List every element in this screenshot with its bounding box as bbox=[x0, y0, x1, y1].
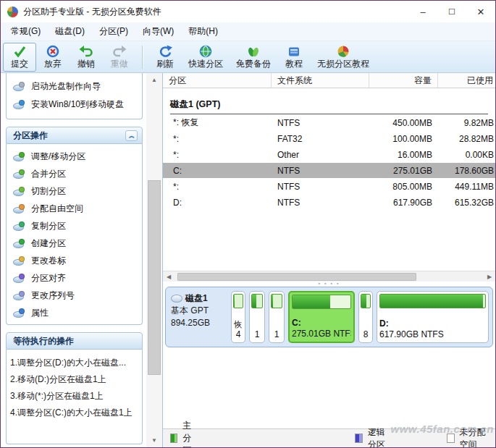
maximize-button[interactable]: ☐ bbox=[437, 1, 466, 22]
allocate-free-space-icon bbox=[13, 204, 25, 214]
partition-block-d[interactable]: D:617.90GB NTFS bbox=[377, 291, 489, 343]
sidebar-item-copy[interactable]: 复制分区 bbox=[7, 217, 142, 234]
app-icon bbox=[7, 7, 18, 17]
partition-block-msr[interactable]: 1 bbox=[269, 291, 285, 343]
menu-wizard[interactable]: 向导(W) bbox=[135, 22, 181, 41]
hscroll-thumb[interactable] bbox=[177, 273, 416, 281]
sidebar-item-create[interactable]: 创建分区 bbox=[7, 234, 142, 252]
tutorial-button[interactable]: 教程 bbox=[277, 43, 311, 72]
disk-type: 基本 GPT bbox=[171, 305, 227, 317]
install-win-icon bbox=[13, 100, 25, 109]
pending-op-1[interactable]: 1.调整分区(D:)的大小在磁盘... bbox=[10, 355, 138, 371]
commit-button[interactable]: 提交 bbox=[3, 43, 36, 72]
app-window: 分区助手专业版 - 无损分区免费软件 – ☐ ✕ 常规(G) 磁盘(D) 分区(… bbox=[0, 0, 496, 448]
table-row[interactable]: *: 恢复 NTFS 450.00MB 9.82MB 440 bbox=[163, 115, 495, 130]
lossless-tutorial-button[interactable]: 无损分区教程 bbox=[311, 43, 376, 72]
wizard-panel: 启动光盘制作向导 安装Win8/10到移动硬盘 bbox=[6, 73, 143, 119]
table-row[interactable]: *: FAT32 100.00MB 28.82MB 71 bbox=[163, 131, 495, 146]
minimize-button[interactable]: – bbox=[408, 1, 437, 22]
table-row[interactable]: *: Other 16.00MB 0.00KB 16 bbox=[163, 147, 495, 162]
column-capacity[interactable]: 容量 bbox=[369, 73, 438, 88]
pending-op-4[interactable]: 4.调整分区(C:)的大小在磁盘1上 bbox=[10, 405, 138, 421]
pie-icon bbox=[336, 45, 350, 58]
sidebar-item-split[interactable]: 切割分区 bbox=[7, 182, 142, 200]
legend-unallocated: 未分配空间 bbox=[447, 426, 488, 448]
sidebar: 启动光盘制作向导 安装Win8/10到移动硬盘 分区操作 ︽ 调整/移动分区 bbox=[1, 73, 146, 447]
resize-move-icon bbox=[13, 152, 25, 161]
menu-disk[interactable]: 磁盘(D) bbox=[48, 22, 92, 41]
sidebar-item-boot-cd-wizard[interactable]: 启动光盘制作向导 bbox=[7, 77, 142, 96]
disk-size: 894.25GB bbox=[171, 317, 227, 329]
pending-ops-header: 等待执行的操作 bbox=[6, 332, 143, 350]
sidebar-item-merge[interactable]: 合并分区 bbox=[7, 165, 142, 182]
boot-cd-icon bbox=[13, 82, 25, 91]
pending-ops-panel: 1.调整分区(D:)的大小在磁盘... 2.移动(D:)分区在磁盘1上 3.移动… bbox=[6, 350, 143, 444]
scroll-thumb[interactable] bbox=[148, 180, 161, 374]
splitter-grip[interactable]: ▪ ▪ ▪ ▪ bbox=[163, 282, 495, 287]
sidebar-item-allocate-free-space[interactable]: 分配自由空间 bbox=[7, 200, 142, 217]
scroll-down-arrow[interactable]: ▼ bbox=[146, 434, 162, 447]
table-row[interactable]: D: NTFS 617.90GB 615.32GB 2 bbox=[163, 195, 495, 210]
partition-block-recovery2[interactable]: 8 bbox=[358, 291, 373, 343]
logical-partition-swatch bbox=[355, 434, 362, 443]
sidebar-item-change-label[interactable]: 更改卷标 bbox=[7, 252, 142, 269]
usage-bar bbox=[271, 294, 282, 308]
properties-icon bbox=[13, 308, 25, 318]
refresh-button[interactable]: 刷新 bbox=[148, 43, 182, 72]
redo-icon bbox=[112, 45, 127, 58]
usage-bar bbox=[292, 295, 351, 309]
globe-icon bbox=[198, 45, 213, 58]
backup-leaves-icon bbox=[246, 45, 261, 58]
partition-block-c-selected[interactable]: C:275.01GB NTFS bbox=[288, 291, 355, 343]
sidebar-item-change-serial[interactable]: 更改序列号 bbox=[7, 287, 142, 304]
undo-button[interactable]: 撤销 bbox=[70, 43, 103, 72]
sidebar-item-align[interactable]: 分区对齐 bbox=[7, 269, 142, 287]
collapse-chevron-icon[interactable]: ︽ bbox=[125, 130, 138, 141]
disk-info[interactable]: 磁盘1 基本 GPT 894.25GB bbox=[169, 291, 227, 343]
usage-bar bbox=[233, 294, 243, 308]
toolbar: 提交 放弃 撤销 重做 刷新 bbox=[1, 41, 495, 73]
create-partition-icon bbox=[13, 239, 25, 248]
pending-op-3[interactable]: 3.移动(*:)分区在磁盘1上 bbox=[10, 388, 138, 405]
empty-area bbox=[163, 347, 495, 428]
merge-icon bbox=[13, 169, 25, 179]
content-area: 启动光盘制作向导 安装Win8/10到移动硬盘 分区操作 ︽ 调整/移动分区 bbox=[1, 73, 495, 447]
scroll-track[interactable] bbox=[146, 87, 162, 434]
table-row-selected[interactable]: C: NTFS 275.01GB 178.60GB 96 bbox=[163, 163, 495, 178]
table-header: 分区 文件系统 容量 已使用 未使用 bbox=[163, 73, 495, 88]
table-row[interactable]: *: NTFS 805.00MB 449.11MB 355 bbox=[163, 179, 495, 194]
disk-group-header: 磁盘1 (GPT) bbox=[170, 98, 488, 114]
undo-icon bbox=[79, 45, 93, 58]
column-used[interactable]: 已使用 bbox=[438, 73, 495, 88]
close-button[interactable]: ✕ bbox=[466, 1, 495, 22]
sidebar-item-install-win-to-usb[interactable]: 安装Win8/10到移动硬盘 bbox=[7, 96, 142, 114]
discard-icon bbox=[46, 45, 60, 58]
sidebar-item-resize-move[interactable]: 调整/移动分区 bbox=[7, 148, 142, 165]
partition-ops-header: 分区操作 ︽ bbox=[6, 127, 143, 144]
scroll-right-arrow[interactable]: ▶ bbox=[484, 274, 495, 280]
menu-general[interactable]: 常规(G) bbox=[4, 22, 48, 41]
column-partition[interactable]: 分区 bbox=[163, 73, 272, 88]
redo-button[interactable]: 重做 bbox=[103, 43, 136, 72]
discard-button[interactable]: 放弃 bbox=[36, 43, 70, 72]
change-label-icon bbox=[13, 256, 25, 266]
free-backup-button[interactable]: 免费备份 bbox=[230, 43, 277, 72]
menu-bar: 常规(G) 磁盘(D) 分区(P) 向导(W) 帮助(H) bbox=[1, 22, 495, 41]
title-bar: 分区助手专业版 - 无损分区免费软件 – ☐ ✕ bbox=[1, 1, 495, 22]
window-title: 分区助手专业版 - 无损分区免费软件 bbox=[23, 6, 161, 18]
scroll-up-arrow[interactable]: ▲ bbox=[146, 73, 162, 87]
sidebar-item-properties[interactable]: 属性 bbox=[7, 304, 142, 321]
menu-partition[interactable]: 分区(P) bbox=[92, 22, 135, 41]
column-filesystem[interactable]: 文件系统 bbox=[272, 73, 369, 88]
scroll-left-arrow[interactable]: ◀ bbox=[163, 274, 175, 280]
partition-block-recovery[interactable]: 恢4 bbox=[231, 291, 245, 343]
primary-partition-swatch bbox=[170, 434, 177, 443]
menu-help[interactable]: 帮助(H) bbox=[181, 22, 225, 41]
sidebar-scrollbar: ▲ ▼ bbox=[146, 73, 162, 447]
align-partition-icon bbox=[13, 274, 25, 283]
partition-block-efi[interactable]: 1 bbox=[249, 291, 265, 343]
quick-partition-button[interactable]: 快速分区 bbox=[182, 43, 230, 72]
change-serial-icon bbox=[13, 291, 25, 300]
pending-op-2[interactable]: 2.移动(D:)分区在磁盘1上 bbox=[10, 371, 138, 388]
partition-table: 磁盘1 (GPT) *: 恢复 NTFS 450.00MB 9.82MB 440… bbox=[163, 88, 495, 271]
